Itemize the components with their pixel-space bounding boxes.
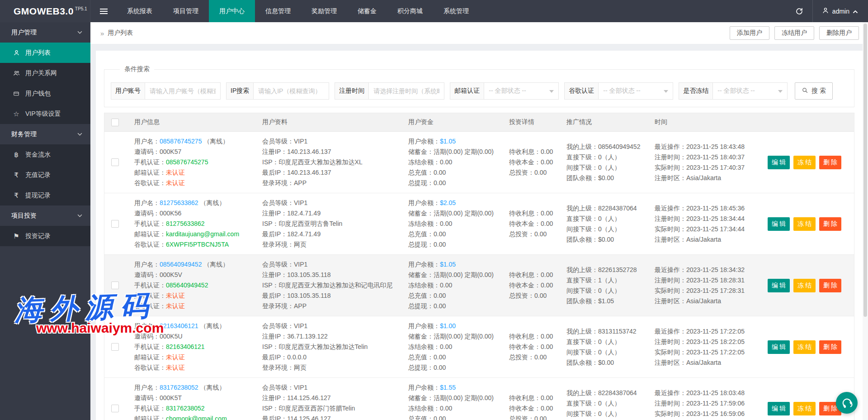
email-auth-select[interactable]: -- 全部状态 -- (484, 82, 559, 100)
nav-tab-savings[interactable]: 储蓄金 (347, 0, 387, 22)
menu-toggle-icon[interactable] (90, 0, 117, 22)
edit-button[interactable]: 编辑 (768, 156, 790, 169)
nav-tab-info[interactable]: 信息管理 (255, 0, 301, 22)
freeze-button[interactable]: 冻结 (793, 217, 816, 231)
nav-tab-system[interactable]: 系统管理 (433, 0, 479, 22)
savings: 活期(0.00) 定期(0.00) (434, 394, 494, 401)
register-ip: 103.105.35.118 (287, 271, 330, 278)
sidebar-item-label: 用户钱包 (25, 90, 51, 98)
select-value: -- 全部状态 -- (717, 87, 755, 95)
col-user-info: 用户信息 (125, 118, 253, 126)
sidebar-group-project-invest[interactable]: 项目投资 (0, 205, 90, 226)
row-checkbox[interactable] (111, 220, 119, 228)
freeze-button[interactable]: 冻结 (793, 340, 816, 354)
delete-button[interactable]: 删除 (819, 156, 841, 169)
row-checkbox[interactable] (111, 405, 119, 412)
delete-user-button[interactable]: 删除用户 (819, 26, 859, 40)
top-navbar: GMOWEB3.0 TP5.1 系统报表 项目管理 用户中心 信息管理 奖励管理… (0, 0, 868, 22)
nav-tab-user-center[interactable]: 用户中心 (209, 0, 255, 22)
edit-button[interactable]: 编辑 (768, 217, 790, 231)
pending-interest: 0.00 (541, 333, 553, 340)
select-all-checkbox[interactable] (111, 119, 119, 126)
freeze-button[interactable]: 冻结 (793, 279, 816, 292)
pending-interest: 0.00 (541, 394, 553, 401)
nav-tab-reports[interactable]: 系统报表 (117, 0, 163, 22)
delete-button[interactable]: 删除 (819, 217, 841, 231)
breadcrumb-bar: » 用户列表 添加用户 冻结用户 删除用户 (90, 22, 868, 44)
user-funds-cell: 用户余额：$2.05 储蓄金：活期(0.00) 定期(0.00) 冻结余额：0.… (399, 193, 500, 254)
sidebar-item-recharge-records[interactable]: ₹ 充值记录 (0, 165, 90, 185)
username-link[interactable]: 83176238052 (160, 384, 198, 391)
freeze-button[interactable]: 冻结 (793, 402, 816, 415)
sidebar-group-user-management[interactable]: 用户管理 (0, 22, 90, 43)
search-button[interactable]: 搜 索 (795, 82, 833, 100)
select-arrow-icon (549, 90, 554, 93)
refresh-icon[interactable] (786, 0, 812, 22)
register-timezone: Asia/Jakarta (686, 236, 721, 243)
row-checkbox[interactable] (111, 343, 119, 351)
user-balance: $1.05 (440, 261, 456, 268)
user-menu[interactable]: admin (813, 0, 868, 22)
sidebar-item-invest-records[interactable]: ⚑ 投资记录 (0, 226, 90, 246)
username-link[interactable]: 085876745275 (160, 138, 202, 145)
google-auth: 未认证 (166, 179, 185, 186)
google-auth-select[interactable]: -- 全部状态 -- (598, 82, 673, 100)
nav-tab-points-mall[interactable]: 积分商城 (387, 0, 433, 22)
edit-button[interactable]: 编辑 (768, 340, 790, 354)
actual-time: 2023-11-25 17:28:31 (686, 287, 745, 294)
freeze-user-button[interactable]: 冻结用户 (774, 26, 814, 40)
last-operation-time: 2023-11-25 17:22:05 (686, 328, 745, 335)
sidebar-item-funds-flow[interactable]: ฿ 资金流水 (0, 144, 90, 165)
isp: 印度尼西亚明古鲁Telin (279, 220, 343, 227)
login-env: APP (294, 302, 307, 310)
last-ip: 140.213.46.137 (287, 169, 331, 176)
row-checkbox[interactable] (111, 158, 119, 166)
user-funds-cell: 用户余额：$1.55 储蓄金：活期(0.00) 定期(0.00) 冻结余额：0.… (399, 378, 500, 420)
sidebar-item-user-list[interactable]: 用户列表 (0, 43, 90, 63)
row-checkbox[interactable] (111, 282, 119, 289)
sidebar-group-finance[interactable]: 财务管理 (0, 124, 90, 144)
sidebar-group-label: 财务管理 (11, 130, 37, 138)
total-recharge: 0.00 (434, 415, 446, 420)
username-link[interactable]: 81275633862 (160, 199, 198, 206)
edit-button[interactable]: 编辑 (768, 279, 790, 292)
account-input[interactable] (145, 82, 221, 100)
frozen-balance: 0.00 (440, 405, 452, 412)
scrollbar-thumb[interactable] (863, 24, 867, 317)
breadcrumb: » 用户列表 (100, 29, 133, 37)
username-link[interactable]: 085640949452 (160, 261, 202, 268)
vip-level: VIP1 (294, 199, 307, 206)
sidebar-item-user-wallet[interactable]: 用户钱包 (0, 83, 90, 104)
sidebar-item-vip-settings[interactable]: ☆ VIP等级设置 (0, 104, 90, 124)
sidebar-item-withdraw-records[interactable]: ₹ 提现记录 (0, 185, 90, 205)
frozen-balance: 0.00 (440, 343, 452, 350)
upline: 085640949452 (598, 143, 640, 150)
total-recharge: 0.00 (434, 292, 446, 299)
flag-icon: ⚑ (11, 232, 21, 240)
user-balance: $2.05 (440, 199, 456, 206)
nav-tab-rewards[interactable]: 奖励管理 (301, 0, 347, 22)
delete-button[interactable]: 删除 (819, 279, 841, 292)
sidebar-item-label: 资金流水 (25, 151, 51, 159)
sidebar-item-user-network[interactable]: 用户关系网 (0, 63, 90, 83)
reg-time-input[interactable] (368, 82, 444, 100)
register-time: 2023-11-25 17:59:06 (686, 400, 745, 407)
time-cell: 最近操作：2023-11-25 18:43:48 注册时间：2023-11-25… (646, 132, 750, 193)
username-link[interactable]: 82163406121 (160, 322, 198, 329)
last-ip: 103.105.35.118 (287, 292, 330, 299)
phone-auth: 82163406121 (166, 343, 205, 350)
frozen-select[interactable]: -- 全部状态 -- (712, 82, 788, 100)
ip-input[interactable] (253, 82, 329, 100)
breadcrumb-arrow: » (100, 29, 104, 37)
freeze-button[interactable]: 冻结 (793, 156, 816, 169)
filter-account-label: 用户账号 (111, 82, 145, 100)
promotion-cell: 我的上级：82284387064 直接下级：0（人） 间接下级：0（人） 团队余… (557, 193, 646, 254)
upline: 83131153742 (598, 328, 637, 335)
last-ip: 114.125.46.127 (287, 415, 330, 420)
savings: 活期(0.00) 定期(0.00) (434, 148, 494, 155)
nav-tab-projects[interactable]: 项目管理 (163, 0, 209, 22)
edit-button[interactable]: 编辑 (768, 402, 790, 415)
add-user-button[interactable]: 添加用户 (730, 26, 769, 40)
customer-service-button[interactable] (836, 392, 858, 414)
delete-button[interactable]: 删除 (819, 340, 841, 354)
